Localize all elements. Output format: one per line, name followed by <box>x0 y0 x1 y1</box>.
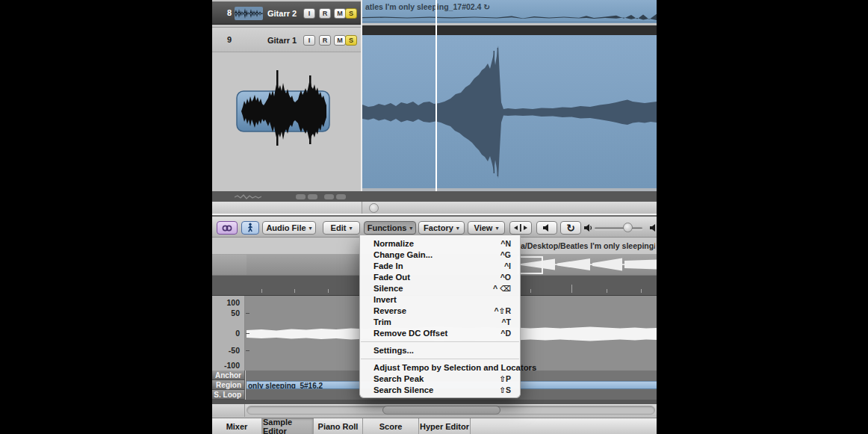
chevron-down-icon: ▾ <box>349 225 352 232</box>
track-list: 8 Gitarr 2 I R M S 9 Gitarr 1 I R M S <box>212 0 362 191</box>
speaker-icon <box>542 223 551 232</box>
scale-dash <box>246 333 249 334</box>
track9-input-button[interactable]: I <box>303 35 315 46</box>
audio-region-large[interactable] <box>362 35 657 188</box>
volume-slider-track[interactable] <box>595 227 642 229</box>
ruler-tick <box>530 289 531 293</box>
dragged-region-thumbnail[interactable] <box>235 66 332 146</box>
tab-score[interactable]: Score <box>363 418 419 434</box>
vertical-zoom-button[interactable] <box>509 221 532 235</box>
tracklist-divider[interactable] <box>361 0 362 191</box>
ruler-tick <box>328 289 329 293</box>
scale-dash <box>246 313 249 314</box>
deco-pill <box>324 194 334 199</box>
mini-waveform-deco-icon <box>235 193 261 200</box>
cycle-button[interactable]: ↻ <box>560 221 581 235</box>
deco-pill <box>296 194 306 199</box>
menu-button-audio-file[interactable]: Audio File▾ <box>262 221 316 235</box>
link-button[interactable] <box>217 221 238 235</box>
menu-item-adjust-tempo[interactable]: Adjust Tempo by Selection and Locators <box>360 362 520 373</box>
track8-input-button[interactable]: I <box>303 8 315 19</box>
editor-tabs-bar: Mixer Sample Editor Piano Roll Score Hyp… <box>212 418 657 434</box>
region-waveform <box>362 35 657 188</box>
track9-solo-button[interactable]: S <box>345 35 357 46</box>
ruler-tick <box>294 289 295 293</box>
menu-item-search-peak[interactable]: Search Peak⇧P <box>360 373 520 384</box>
ruler-tick <box>641 289 642 293</box>
deco-pill <box>336 194 346 199</box>
tab-mixer[interactable]: Mixer <box>212 418 262 434</box>
volume-slider-thumb[interactable] <box>623 223 633 232</box>
scale-label: -100 <box>224 361 240 370</box>
track-row-9[interactable]: 9 Gitarr 1 I R M S <box>212 27 362 52</box>
anchor-label: Anchor <box>212 371 245 380</box>
cycle-icon: ↻ <box>566 222 575 234</box>
playhead[interactable] <box>435 0 437 191</box>
collapsed-track-strip <box>212 191 657 202</box>
prelisten-button[interactable] <box>536 221 557 235</box>
editor-hscrollbar[interactable] <box>212 404 657 417</box>
tab-piano-roll[interactable]: Piano Roll <box>314 418 363 434</box>
overview-selection-box[interactable] <box>518 256 543 274</box>
menu-item-fade-in[interactable]: Fade In^I <box>360 260 520 271</box>
region-label: Region <box>212 380 245 390</box>
deco-pill <box>308 194 317 199</box>
scale-label: 100 <box>226 298 240 307</box>
arrange-hscrollbar-thumb[interactable] <box>369 203 379 213</box>
menu-item-normalize[interactable]: Normalize^N <box>360 238 520 249</box>
menu-item-search-silence[interactable]: Search Silence⇧S <box>360 384 520 395</box>
tab-sample-editor[interactable]: Sample Editor <box>262 418 314 434</box>
arrange-hscrollbar-left-box <box>212 202 362 214</box>
arrange-content[interactable]: atles I'm only sleeping_17#02.4 ↻ <box>362 0 657 191</box>
editor-hscrollbar-thumb[interactable] <box>382 406 500 415</box>
track-row-8[interactable]: 8 Gitarr 2 I R M S <box>212 1 362 25</box>
chevron-down-icon: ▾ <box>456 225 459 232</box>
catch-playhead-button[interactable] <box>241 221 259 235</box>
region-loop-icon: ↻ <box>483 2 490 11</box>
tab-hyper-editor[interactable]: Hyper Editor <box>419 418 471 434</box>
menu-item-settings[interactable]: Settings... <box>360 344 520 356</box>
scale-label: 50 <box>231 309 240 317</box>
track9-record-button[interactable]: R <box>319 35 331 46</box>
volume-speaker-icon <box>584 223 593 232</box>
region-name: atles I'm only sleeping_17#02.4 ↻ <box>365 2 490 11</box>
menu-item-reverse[interactable]: Reverse^⇧R <box>360 305 520 316</box>
chevron-down-icon: ▾ <box>309 225 312 232</box>
menu-button-view[interactable]: View▾ <box>468 221 505 235</box>
ruler-tick-major <box>571 285 572 293</box>
scale-label: -50 <box>229 346 240 355</box>
chevron-down-icon: ▾ <box>495 225 498 232</box>
track-name: Gitarr 2 <box>267 9 297 18</box>
menu-item-change-gain[interactable]: Change Gain...^G <box>360 249 520 260</box>
waveform-zoom-icon <box>514 224 527 232</box>
menu-button-factory[interactable]: Factory▾ <box>418 221 465 235</box>
menu-item-invert[interactable]: Invert <box>360 294 520 305</box>
menu-item-trim[interactable]: Trim^T <box>360 316 520 327</box>
track-waveform-thumb-icon <box>235 4 263 22</box>
screen: 8 Gitarr 2 I R M S 9 Gitarr 1 I R M S <box>0 0 868 434</box>
logic-window-strip: 8 Gitarr 2 I R M S 9 Gitarr 1 I R M S <box>212 0 657 434</box>
menu-button-functions[interactable]: Functions▾ <box>364 221 416 235</box>
editor-hscrollbar-left-box <box>212 404 245 417</box>
menu-separator <box>361 341 519 342</box>
menu-item-fade-out[interactable]: Fade Out^O <box>360 271 520 282</box>
sloop-label: S. Loop <box>212 390 245 400</box>
menu-item-silence[interactable]: Silence^ ⌫ <box>360 282 520 294</box>
track8-solo-button[interactable]: S <box>345 8 357 19</box>
menu-item-remove-dc-offset[interactable]: Remove DC Offset^D <box>360 327 520 338</box>
chevron-down-icon: ▾ <box>409 225 412 232</box>
region-mini-waveform <box>362 12 657 22</box>
audio-region-top[interactable]: atles I'm only sleeping_17#02.4 ↻ <box>362 0 657 22</box>
track8-record-button[interactable]: R <box>319 8 331 19</box>
scale-dash <box>246 350 249 351</box>
track-name: Gitarr 1 <box>267 36 297 45</box>
link-icon <box>221 224 233 232</box>
track8-mute-button[interactable]: M <box>334 8 346 19</box>
ruler-tick <box>261 289 262 293</box>
menu-button-edit[interactable]: Edit▾ <box>323 221 360 235</box>
scale-label: 0 <box>235 329 240 338</box>
track-number: 9 <box>217 35 232 44</box>
walking-man-icon <box>247 223 254 233</box>
region-header-strip <box>362 25 657 35</box>
track9-mute-button[interactable]: M <box>334 35 346 46</box>
